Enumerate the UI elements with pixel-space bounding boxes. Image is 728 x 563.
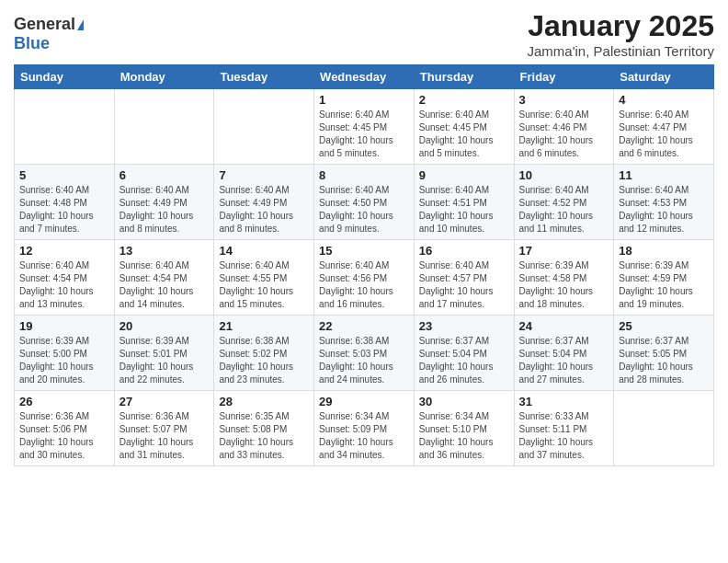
- day-info: Sunrise: 6:40 AM Sunset: 4:54 PM Dayligh…: [19, 259, 109, 311]
- calendar-cell: 30Sunrise: 6:34 AM Sunset: 5:10 PM Dayli…: [414, 391, 514, 466]
- day-number: 30: [419, 395, 509, 408]
- calendar-cell: [114, 89, 214, 165]
- page-title: January 2025: [528, 9, 715, 43]
- day-info: Sunrise: 6:38 AM Sunset: 5:03 PM Dayligh…: [319, 335, 409, 386]
- calendar-cell: 24Sunrise: 6:37 AM Sunset: 5:04 PM Dayli…: [514, 316, 614, 391]
- day-info: Sunrise: 6:37 AM Sunset: 5:04 PM Dayligh…: [519, 335, 609, 386]
- day-info: Sunrise: 6:40 AM Sunset: 4:52 PM Dayligh…: [519, 184, 609, 236]
- calendar-cell: 7Sunrise: 6:40 AM Sunset: 4:49 PM Daylig…: [214, 165, 314, 240]
- calendar-day-header: Monday: [114, 65, 214, 89]
- day-number: 31: [519, 395, 609, 408]
- day-info: Sunrise: 6:40 AM Sunset: 4:53 PM Dayligh…: [619, 184, 709, 236]
- day-info: Sunrise: 6:33 AM Sunset: 5:11 PM Dayligh…: [519, 410, 609, 462]
- calendar-cell: 12Sunrise: 6:40 AM Sunset: 4:54 PM Dayli…: [15, 240, 115, 316]
- day-number: 24: [519, 319, 609, 333]
- day-info: Sunrise: 6:40 AM Sunset: 4:48 PM Dayligh…: [19, 184, 109, 236]
- day-info: Sunrise: 6:36 AM Sunset: 5:06 PM Dayligh…: [19, 410, 109, 462]
- day-number: 8: [319, 168, 409, 182]
- calendar-day-header: Saturday: [614, 65, 714, 89]
- day-info: Sunrise: 6:40 AM Sunset: 4:46 PM Dayligh…: [519, 109, 609, 160]
- day-number: 22: [319, 319, 409, 333]
- calendar-cell: 2Sunrise: 6:40 AM Sunset: 4:45 PM Daylig…: [414, 89, 514, 165]
- calendar-cell: 25Sunrise: 6:37 AM Sunset: 5:05 PM Dayli…: [614, 316, 714, 391]
- day-number: 29: [319, 395, 409, 408]
- calendar-cell: 27Sunrise: 6:36 AM Sunset: 5:07 PM Dayli…: [114, 391, 214, 466]
- day-number: 2: [419, 93, 509, 107]
- calendar-cell: 15Sunrise: 6:40 AM Sunset: 4:56 PM Dayli…: [314, 240, 415, 316]
- day-info: Sunrise: 6:36 AM Sunset: 5:07 PM Dayligh…: [119, 410, 210, 462]
- day-number: 27: [119, 395, 210, 408]
- day-number: 18: [619, 244, 709, 258]
- logo: General Blue: [14, 15, 84, 53]
- day-number: 10: [519, 168, 609, 182]
- calendar-cell: 14Sunrise: 6:40 AM Sunset: 4:55 PM Dayli…: [214, 240, 314, 316]
- calendar-cell: 21Sunrise: 6:38 AM Sunset: 5:02 PM Dayli…: [214, 316, 314, 391]
- calendar-cell: 6Sunrise: 6:40 AM Sunset: 4:49 PM Daylig…: [114, 165, 214, 240]
- calendar-header-row: SundayMondayTuesdayWednesdayThursdayFrid…: [15, 65, 714, 89]
- calendar-cell: 29Sunrise: 6:34 AM Sunset: 5:09 PM Dayli…: [314, 391, 415, 466]
- calendar-cell: 22Sunrise: 6:38 AM Sunset: 5:03 PM Dayli…: [314, 316, 415, 391]
- calendar-cell: [614, 391, 714, 466]
- calendar-week-row: 1Sunrise: 6:40 AM Sunset: 4:45 PM Daylig…: [15, 89, 714, 165]
- day-info: Sunrise: 6:40 AM Sunset: 4:47 PM Dayligh…: [619, 109, 709, 160]
- day-number: 28: [219, 395, 309, 408]
- day-number: 15: [319, 244, 409, 258]
- day-number: 16: [419, 244, 509, 258]
- calendar-cell: 18Sunrise: 6:39 AM Sunset: 4:59 PM Dayli…: [614, 240, 714, 316]
- day-info: Sunrise: 6:40 AM Sunset: 4:49 PM Dayligh…: [119, 184, 210, 236]
- day-number: 1: [319, 93, 409, 107]
- day-info: Sunrise: 6:37 AM Sunset: 5:04 PM Dayligh…: [419, 335, 509, 386]
- page-subtitle: Jamma'in, Palestinian Territory: [528, 43, 715, 59]
- day-info: Sunrise: 6:39 AM Sunset: 5:00 PM Dayligh…: [19, 335, 109, 386]
- day-number: 14: [219, 244, 309, 258]
- calendar-cell: 11Sunrise: 6:40 AM Sunset: 4:53 PM Dayli…: [614, 165, 714, 240]
- day-number: 13: [119, 244, 210, 258]
- calendar-week-row: 5Sunrise: 6:40 AM Sunset: 4:48 PM Daylig…: [15, 165, 714, 240]
- calendar-cell: 23Sunrise: 6:37 AM Sunset: 5:04 PM Dayli…: [414, 316, 514, 391]
- day-number: 23: [419, 319, 509, 333]
- calendar-cell: 1Sunrise: 6:40 AM Sunset: 4:45 PM Daylig…: [314, 89, 415, 165]
- day-info: Sunrise: 6:39 AM Sunset: 4:58 PM Dayligh…: [519, 259, 609, 311]
- calendar-cell: 17Sunrise: 6:39 AM Sunset: 4:58 PM Dayli…: [514, 240, 614, 316]
- day-info: Sunrise: 6:37 AM Sunset: 5:05 PM Dayligh…: [619, 335, 709, 386]
- calendar-cell: 5Sunrise: 6:40 AM Sunset: 4:48 PM Daylig…: [15, 165, 115, 240]
- day-info: Sunrise: 6:40 AM Sunset: 4:49 PM Dayligh…: [219, 184, 309, 236]
- logo-icon: [77, 19, 84, 30]
- day-info: Sunrise: 6:40 AM Sunset: 4:55 PM Dayligh…: [219, 259, 309, 311]
- day-info: Sunrise: 6:34 AM Sunset: 5:09 PM Dayligh…: [319, 410, 409, 462]
- day-info: Sunrise: 6:40 AM Sunset: 4:57 PM Dayligh…: [419, 259, 509, 311]
- calendar-cell: [15, 89, 115, 165]
- day-info: Sunrise: 6:34 AM Sunset: 5:10 PM Dayligh…: [419, 410, 509, 462]
- day-info: Sunrise: 6:40 AM Sunset: 4:51 PM Dayligh…: [419, 184, 509, 236]
- calendar-day-header: Friday: [514, 65, 614, 89]
- day-number: 4: [619, 93, 709, 107]
- calendar-week-row: 26Sunrise: 6:36 AM Sunset: 5:06 PM Dayli…: [15, 391, 714, 466]
- calendar-cell: 4Sunrise: 6:40 AM Sunset: 4:47 PM Daylig…: [614, 89, 714, 165]
- day-number: 17: [519, 244, 609, 258]
- day-info: Sunrise: 6:40 AM Sunset: 4:56 PM Dayligh…: [319, 259, 409, 311]
- day-number: 9: [419, 168, 509, 182]
- calendar-week-row: 12Sunrise: 6:40 AM Sunset: 4:54 PM Dayli…: [15, 240, 714, 316]
- calendar-cell: 16Sunrise: 6:40 AM Sunset: 4:57 PM Dayli…: [414, 240, 514, 316]
- day-number: 7: [219, 168, 309, 182]
- day-info: Sunrise: 6:39 AM Sunset: 4:59 PM Dayligh…: [619, 259, 709, 311]
- page-header: General Blue January 2025 Jamma'in, Pale…: [14, 9, 714, 59]
- calendar-cell: 3Sunrise: 6:40 AM Sunset: 4:46 PM Daylig…: [514, 89, 614, 165]
- day-number: 21: [219, 319, 309, 333]
- calendar-cell: 10Sunrise: 6:40 AM Sunset: 4:52 PM Dayli…: [514, 165, 614, 240]
- calendar-cell: 19Sunrise: 6:39 AM Sunset: 5:00 PM Dayli…: [15, 316, 115, 391]
- calendar-day-header: Wednesday: [314, 65, 415, 89]
- calendar-cell: [214, 89, 314, 165]
- calendar-table: SundayMondayTuesdayWednesdayThursdayFrid…: [14, 64, 714, 466]
- logo-blue: Blue: [14, 34, 50, 53]
- day-info: Sunrise: 6:38 AM Sunset: 5:02 PM Dayligh…: [219, 335, 309, 386]
- calendar-cell: 8Sunrise: 6:40 AM Sunset: 4:50 PM Daylig…: [314, 165, 415, 240]
- day-info: Sunrise: 6:40 AM Sunset: 4:54 PM Dayligh…: [119, 259, 210, 311]
- title-block: January 2025 Jamma'in, Palestinian Terri…: [528, 9, 715, 59]
- day-number: 20: [119, 319, 210, 333]
- calendar-cell: 20Sunrise: 6:39 AM Sunset: 5:01 PM Dayli…: [114, 316, 214, 391]
- day-number: 12: [19, 244, 109, 258]
- day-number: 11: [619, 168, 709, 182]
- day-number: 5: [19, 168, 109, 182]
- day-info: Sunrise: 6:40 AM Sunset: 4:45 PM Dayligh…: [319, 109, 409, 160]
